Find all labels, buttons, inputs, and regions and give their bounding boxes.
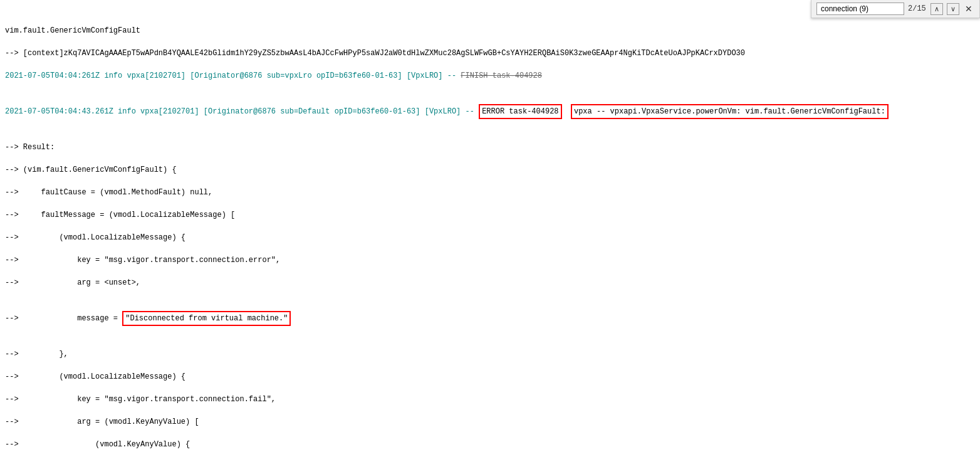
log-line: --> Result: (5, 142, 975, 153)
log-line: --> [context]zKq7AVICAgAAAEpT5wAPdnB4YQA… (5, 48, 975, 59)
log-line: --> }, (5, 349, 975, 360)
find-count: 2/15 (908, 4, 927, 13)
find-input[interactable] (816, 3, 904, 15)
log-line: --> (vmodl.KeyAnyValue) { (5, 439, 975, 450)
log-line: --> faultCause = (vmodl.MethodFault) nul… (5, 187, 975, 198)
log-line: --> (vmodl.LocalizableMessage) { (5, 371, 975, 382)
log-line: --> (vim.fault.GenericVmConfigFault) { (5, 164, 975, 176)
log-line: 2021-07-05T04:04:261Z info vpxa[2102701]… (5, 70, 975, 81)
error-task-badge: ERROR task-404928 (479, 104, 561, 119)
log-line: --> arg = (vmodl.KeyAnyValue) [ (5, 416, 975, 428)
find-toolbar: 2/15 ∧ ∨ ✕ (811, 0, 980, 18)
log-content: vim.fault.GenericVmConfigFault --> [cont… (0, 0, 980, 452)
find-next-button[interactable]: ∨ (947, 3, 959, 15)
log-line-msg-redbox: --> message = "Disconnected from virtual… (5, 311, 975, 326)
find-prev-button[interactable]: ∧ (930, 3, 943, 15)
find-close-button[interactable]: ✕ (963, 4, 974, 14)
log-line: --> arg = <unset>, (5, 277, 975, 288)
log-line: --> (vmodl.LocalizableMessage) { (5, 232, 975, 243)
disconnected-message-box: "Disconnected from virtual machine." (122, 311, 291, 326)
log-line: --> faultMessage = (vmodl.LocalizableMes… (5, 209, 975, 221)
log-line: --> key = "msg.vigor.transport.connectio… (5, 255, 975, 266)
log-line: vim.fault.GenericVmConfigFault (5, 25, 975, 36)
log-line-error: 2021-07-05T04:04:43.261Z info vpxa[21027… (5, 104, 975, 119)
vpxa-error-text: vpxa -- vpxapi.VpxaService.powerOnVm: vi… (571, 104, 889, 119)
log-line: --> key = "msg.vigor.transport.connectio… (5, 394, 975, 405)
